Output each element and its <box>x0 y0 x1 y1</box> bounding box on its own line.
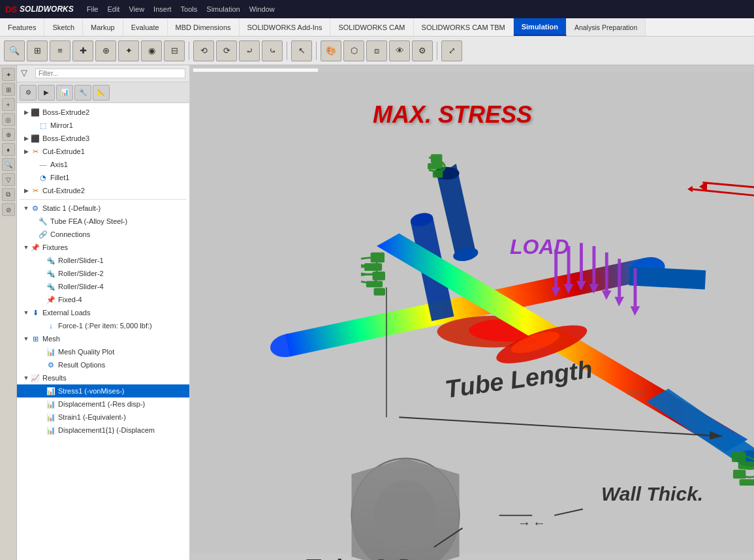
menu-simulation[interactable]: Simulation <box>206 5 240 13</box>
tree-item-axis1[interactable]: — Axis1 <box>17 158 189 171</box>
menu-view[interactable]: View <box>129 5 144 13</box>
menu-tools[interactable]: Tools <box>181 5 198 13</box>
sim-btn-4[interactable]: 🔧 <box>74 85 91 101</box>
tree-icon-boss-extrude3: ⬛ <box>30 133 40 144</box>
sim-btn-1[interactable]: ⚙ <box>20 85 37 101</box>
toolbar-btn-12[interactable]: ⤿ <box>262 40 283 61</box>
sim-btn-5[interactable]: 📐 <box>93 85 110 101</box>
tree-item-fixed-4[interactable]: 📌 Fixed-4 <box>17 293 189 306</box>
tree-item-result-options[interactable]: ⚙ Result Options <box>17 358 189 371</box>
toolbar-btn-display[interactable]: 🎨 <box>321 40 341 61</box>
toolbar-btn-1[interactable]: 🔍 <box>4 40 25 61</box>
tab-solidworks-cam-tbm[interactable]: SOLIDWORKS CAM TBM <box>414 18 514 36</box>
left-panel: ▽ ⚙ ▶ 📊 🔧 📐 ▶ ⬛ Boss-Extrude2 ⬚ Mirror1 <box>17 65 190 560</box>
toolbar-btn-5[interactable]: ⊕ <box>95 40 116 61</box>
tree-arrow-results[interactable]: ▼ <box>22 374 30 382</box>
tree-icon-displacement1-1: 📊 <box>46 425 56 435</box>
tree-item-fillet1[interactable]: ◔ Fillet1 <box>17 171 189 184</box>
tree-item-boss-extrude2[interactable]: ▶ ⬛ Boss-Extrude2 <box>17 106 189 119</box>
tree-arrow-static1[interactable]: ▼ <box>22 204 30 212</box>
tree-item-external-loads[interactable]: ▼ ⬇ External Loads <box>17 306 189 319</box>
toolbar-btn-7[interactable]: ◉ <box>141 40 162 61</box>
tree-item-displacement1[interactable]: 📊 Displacement1 (-Res disp-) <box>17 397 189 411</box>
side-icon-6[interactable]: ♦ <box>2 143 15 156</box>
tab-mbd-dimensions[interactable]: MBD Dimensions <box>168 18 240 36</box>
tree-item-mesh[interactable]: ▼ ⊞ Mesh <box>17 332 189 345</box>
menu-edit[interactable]: Edit <box>107 5 119 13</box>
tree-item-cut-extrude1[interactable]: ▶ ✂ Cut-Extrude1 <box>17 145 189 158</box>
filter-input[interactable] <box>35 69 185 78</box>
tab-simulation[interactable]: Simulation <box>514 18 567 36</box>
tree-label-static1: Static 1 (-Default-) <box>42 204 101 212</box>
tab-features[interactable]: Features <box>0 18 44 36</box>
menu-window[interactable]: Window <box>249 5 275 13</box>
tab-sketch[interactable]: Sketch <box>44 18 83 36</box>
tree-item-stress1[interactable]: 📊 Stress1 (-vonMises-) <box>17 384 189 397</box>
tree-arrow-ext-loads[interactable]: ▼ <box>22 309 30 317</box>
tree-item-fixtures[interactable]: ▼ 📌 Fixtures <box>17 241 189 254</box>
tree-item-boss-extrude3[interactable]: ▶ ⬛ Boss-Extrude3 <box>17 132 189 145</box>
tree-item-mesh-quality-plot[interactable]: 📊 Mesh Quality Plot <box>17 345 189 358</box>
tree-icon-strain1: 📊 <box>46 412 56 422</box>
side-icon-2[interactable]: ⊞ <box>2 83 15 96</box>
tab-analysis-preparation[interactable]: Analysis Preparation <box>567 18 646 36</box>
toolbar-btn-render[interactable]: ⚙ <box>412 40 433 61</box>
tab-evaluate[interactable]: Evaluate <box>123 18 168 36</box>
tree-label-results: Results <box>42 374 67 382</box>
tree-item-force-1[interactable]: ↓ Force-1 (:Per item: 5,000 lbf:) <box>17 319 189 332</box>
tree-item-roller-slider-1[interactable]: 🔩 Roller/Slider-1 <box>17 254 189 267</box>
tree-label-displacement1: Displacement1 (-Res disp-) <box>58 400 145 408</box>
menu-file[interactable]: File <box>87 5 99 13</box>
toolbar-btn-wireframe[interactable]: ⬡ <box>343 40 364 61</box>
toolbar-btn-expand[interactable]: ⤢ <box>441 40 462 61</box>
tree-item-displacement1-1[interactable]: 📊 Displacement1{1} (-Displacem <box>17 424 189 437</box>
tree-label-mesh: Mesh <box>42 335 60 343</box>
tree-item-connections[interactable]: 🔗 Connections <box>17 228 189 241</box>
tree-arrow-fixtures[interactable]: ▼ <box>22 243 30 251</box>
toolbar-btn-cursor[interactable]: ↖ <box>291 40 312 61</box>
menu-insert[interactable]: Insert <box>153 5 172 13</box>
side-icon-9[interactable]: ⧉ <box>2 188 15 201</box>
tree-item-mirror1[interactable]: ⬚ Mirror1 <box>17 119 189 132</box>
toolbar-btn-4[interactable]: ✚ <box>72 40 93 61</box>
top-toolbar: 🔍 ⊞ ≡ ✚ ⊕ ✦ ◉ ⊟ ⟲ ⟳ ⤾ ⤿ ↖ 🎨 ⬡ ⧈ 👁 ⚙ ⤢ #t… <box>0 37 754 65</box>
toolbar-btn-section[interactable]: ⧈ <box>366 40 387 61</box>
toolbar-btn-8[interactable]: ⊟ <box>164 40 185 61</box>
tree-label-mesh-quality-plot: Mesh Quality Plot <box>58 348 114 356</box>
tree-arrow-force-1 <box>38 322 46 330</box>
toolbar-btn-10[interactable]: ⟳ <box>216 40 237 61</box>
tree-item-static1[interactable]: ▼ ⚙ Static 1 (-Default-) <box>17 202 189 215</box>
tree-arrow-cut-extrude2[interactable]: ▶ <box>22 187 30 194</box>
tree-arrow-boss-extrude3[interactable]: ▶ <box>22 134 30 142</box>
tab-markup[interactable]: Markup <box>83 18 123 36</box>
tree-arrow-displacement1 <box>38 400 46 408</box>
tree-item-cut-extrude2[interactable]: ▶ ✂ Cut-Extrude2 <box>17 184 189 197</box>
tree-arrow-boss-extrude2[interactable]: ▶ <box>22 108 30 116</box>
side-icon-10[interactable]: ⊘ <box>2 203 15 216</box>
toolbar-btn-6[interactable]: ✦ <box>118 40 139 61</box>
side-icon-3[interactable]: + <box>2 98 15 111</box>
tab-solidworks-cam[interactable]: SOLIDWORKS CAM <box>330 18 413 36</box>
toolbar-btn-11[interactable]: ⤾ <box>239 40 260 61</box>
tree-item-roller-slider-4[interactable]: 🔩 Roller/Slider-4 <box>17 280 189 293</box>
toolbar-btn-2[interactable]: ⊞ <box>27 40 48 61</box>
toolbar-btn-hide[interactable]: 👁 <box>389 40 410 61</box>
side-icon-4[interactable]: ◎ <box>2 113 15 126</box>
toolbar-btn-3[interactable]: ≡ <box>50 40 71 61</box>
sim-btn-3[interactable]: 📊 <box>56 85 73 101</box>
tree-arrow-fixed-4 <box>38 296 46 303</box>
tab-solidworks-addins[interactable]: SOLIDWORKS Add-Ins <box>240 18 331 36</box>
tree-item-results[interactable]: ▼ 📈 Results <box>17 371 189 384</box>
side-icon-5[interactable]: ⊕ <box>2 128 15 141</box>
tree-arrow-mesh[interactable]: ▼ <box>22 335 30 343</box>
tree-arrow-cut-extrude1[interactable]: ▶ <box>22 148 30 155</box>
side-icon-filter[interactable]: ▽ <box>2 173 15 186</box>
toolbar-btn-9[interactable]: ⟲ <box>193 40 214 61</box>
side-icon-1[interactable]: ✦ <box>2 68 15 81</box>
tree-item-strain1[interactable]: 📊 Strain1 (-Equivalent-) <box>17 411 189 424</box>
tree-item-tube-fea-mat[interactable]: 🔧 Tube FEA (-Alloy Steel-) <box>17 215 189 228</box>
side-icon-7[interactable]: 🔍 <box>2 158 15 171</box>
tree-item-roller-slider-2[interactable]: 🔩 Roller/Slider-2 <box>17 267 189 280</box>
viewport[interactable]: Model name: Tube FEA Study name: Static … <box>190 65 754 560</box>
sim-btn-2[interactable]: ▶ <box>38 85 55 101</box>
